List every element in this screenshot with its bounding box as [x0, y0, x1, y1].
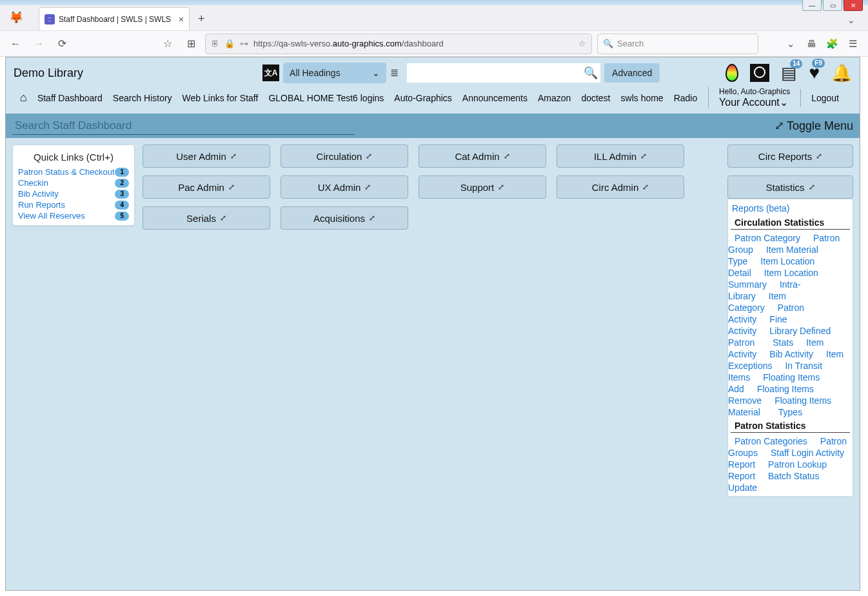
reload-button[interactable]: ⟳ [53, 35, 71, 53]
tile-label: Cat Admin [455, 151, 499, 162]
tile-label: Pac Admin [178, 182, 224, 193]
list-icon-wrap[interactable]: ▤ 14 [781, 63, 797, 83]
nav-doctest[interactable]: doctest [581, 93, 610, 103]
nav-search-history[interactable]: Search History [113, 93, 172, 103]
list-badge: 14 [790, 59, 802, 68]
expand-icon [230, 152, 237, 161]
quicklink-key-badge: 3 [115, 190, 129, 199]
bell-icon[interactable]: 🔔 [831, 63, 852, 83]
tile-label: Statistics [765, 182, 804, 193]
dashboard-search-input[interactable] [12, 117, 354, 135]
browser-search-bar[interactable]: 🔍 Search [597, 34, 758, 54]
nav-global-home[interactable]: GLOBAL HOME Test6 logins [268, 93, 384, 103]
extensions-puzzle-icon[interactable]: 🧩 [823, 35, 841, 53]
tile-label: Support [460, 182, 495, 193]
page-scroll[interactable]: Demo Library ⽂A All Headings ⌄ ≣ 🔍 Advan… [6, 57, 860, 590]
window-buttons: — ▭ ✕ [802, 0, 863, 11]
search-placeholder: Search [617, 39, 644, 48]
heart-badge: F9 [812, 59, 825, 68]
quicklink-item: Patron Status & Checkout1 [13, 166, 134, 177]
search-cluster: ⽂A All Headings ⌄ ≣ 🔍 Advanced [262, 63, 660, 83]
extensions-icon[interactable]: ⊞ [182, 35, 200, 53]
menu-icon[interactable]: ☰ [843, 35, 862, 53]
stats-link[interactable]: Patron Category [728, 232, 807, 244]
camera-search-icon[interactable] [750, 64, 769, 82]
close-window-button[interactable]: ✕ [843, 0, 863, 11]
quicklink-link[interactable]: Bib Activity [18, 189, 59, 199]
quicklink-link[interactable]: Patron Status & Checkout [18, 167, 115, 177]
quicklink-key-badge: 1 [115, 168, 129, 177]
tile-cat-admin[interactable]: Cat Admin [419, 144, 546, 168]
account-block[interactable]: Hello, Auto-Graphics Your Account⌄ [708, 87, 790, 108]
statistics-panel: Reports (beta) Circulation Statistics Pa… [727, 199, 853, 497]
patron-stats-link[interactable]: Patron Categories [728, 435, 814, 448]
tile-circulation[interactable]: Circulation [281, 144, 408, 168]
quicklink-key-badge: 4 [115, 201, 129, 210]
maximize-button[interactable]: ▭ [823, 0, 842, 11]
reports-beta-link[interactable]: Reports (beta) [728, 202, 853, 215]
nav-swls-home[interactable]: swls home [621, 93, 664, 103]
nav-amazon[interactable]: Amazon [538, 93, 571, 103]
firefox-icon: 🦊 [6, 8, 26, 27]
tab-strip: 🦊 :: Staff Dashboard | SWLS | SWLS × + ⌄ [0, 5, 868, 31]
tile-pac-admin[interactable]: Pac Admin [143, 175, 270, 199]
print-icon[interactable]: 🖶 [802, 35, 820, 53]
home-icon[interactable]: ⌂ [20, 91, 27, 104]
lock-icon: 🔒 [224, 39, 235, 48]
nav-web-links[interactable]: Web Links for Staff [182, 93, 259, 103]
tile-circ-admin[interactable]: Circ Admin [557, 175, 684, 199]
tile-ux-admin[interactable]: UX Admin [281, 175, 408, 199]
headings-select[interactable]: All Headings ⌄ [283, 63, 386, 83]
browser-tab[interactable]: :: Staff Dashboard | SWLS | SWLS × [39, 7, 190, 30]
back-button[interactable]: ← [6, 35, 25, 53]
tabs-dropdown-icon[interactable]: ⌄ [847, 15, 855, 25]
close-tab-button[interactable]: × [179, 14, 184, 25]
tile-circ-reports[interactable]: Circ Reports [727, 144, 853, 168]
nav-staff-dashboard[interactable]: Staff Dashboard [37, 93, 103, 103]
bookmark-star-icon[interactable]: ☆ [159, 35, 177, 53]
advanced-search-button[interactable]: Advanced [604, 63, 660, 83]
nav-radio[interactable]: Radio [674, 93, 698, 103]
minimize-button[interactable]: — [802, 0, 822, 11]
tile-acquisitions[interactable]: Acquisitions [281, 206, 408, 230]
forward-button[interactable]: → [30, 35, 48, 53]
stats-link-cont[interactable]: Stats [761, 336, 800, 349]
logout-link[interactable]: Logout [800, 89, 852, 107]
tile-serials[interactable]: Serials [143, 206, 270, 230]
expand-icon [504, 152, 510, 161]
quicklink-link[interactable]: Checkin [18, 178, 48, 188]
toggle-menu-button[interactable]: ⤢ Toggle Menu [774, 119, 853, 133]
nav-announcements[interactable]: Announcements [462, 93, 528, 103]
library-name: Demo Library [14, 66, 83, 80]
quicklinks-title: Quick Links (Ctrl+) [13, 149, 134, 166]
expand-icon: ⤢ [774, 119, 784, 133]
header-right: ▤ 14 ♥ F9 🔔 [725, 63, 852, 83]
balloon-icon[interactable] [725, 64, 738, 82]
quicklink-link[interactable]: View All Reserves [18, 211, 85, 221]
nav-auto-graphics[interactable]: Auto-Graphics [394, 93, 451, 103]
quicklink-item: Checkin2 [13, 177, 134, 188]
quicklink-link[interactable]: Run Reports [18, 200, 65, 210]
permissions-icon: ⊶ [240, 39, 248, 48]
translate-icon[interactable]: ⽂A [262, 65, 279, 81]
account-dropdown[interactable]: Your Account⌄ [719, 96, 790, 108]
tile-label: Acquisitions [313, 213, 365, 224]
stats-link[interactable]: Bib Activity [763, 348, 820, 361]
page-content: Demo Library ⽂A All Headings ⌄ ≣ 🔍 Advan… [5, 57, 860, 591]
url-bar[interactable]: ⛨ 🔒 ⊶ https://qa-swls-verso.auto-graphic… [205, 34, 592, 54]
expand-icon [369, 214, 375, 223]
stats-link-cont[interactable]: Types [767, 406, 809, 419]
search-submit-icon[interactable]: 🔍 [584, 66, 598, 80]
database-icon[interactable]: ≣ [390, 66, 403, 79]
catalog-search-input[interactable] [407, 63, 600, 83]
new-tab-button[interactable]: + [192, 10, 210, 28]
favorites-icon-wrap[interactable]: ♥ F9 [809, 63, 820, 83]
tile-statistics[interactable]: Statistics [727, 175, 853, 199]
bookmark-page-icon[interactable]: ☆ [578, 39, 586, 48]
pocket-icon[interactable]: ⌄ [782, 35, 800, 53]
tile-user-admin[interactable]: User Admin [143, 144, 270, 168]
tile-label: UX Admin [318, 182, 361, 193]
tile-ill-admin[interactable]: ILL Admin [557, 144, 684, 168]
tile-support[interactable]: Support [419, 175, 546, 199]
expand-icon [642, 183, 649, 192]
